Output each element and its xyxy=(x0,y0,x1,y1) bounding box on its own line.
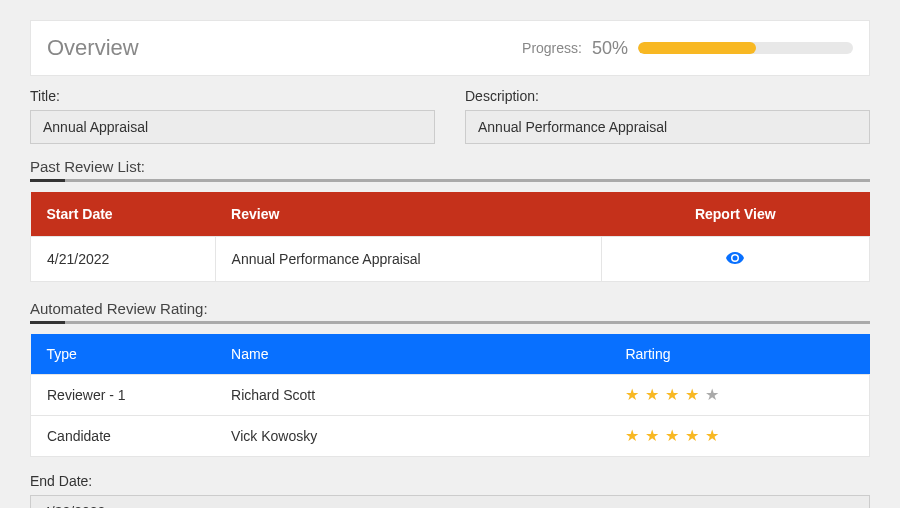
progress-fill xyxy=(638,42,756,54)
star-icon: ★ xyxy=(685,387,699,403)
star-icon: ★ xyxy=(665,387,679,403)
description-field[interactable] xyxy=(465,110,870,144)
cell-start-date: 4/21/2022 xyxy=(31,237,216,282)
cell-rating: ★★★★★ xyxy=(609,375,869,416)
star-icon: ★ xyxy=(705,387,719,403)
progress-bar xyxy=(638,42,853,54)
end-date-label: End Date: xyxy=(30,473,870,489)
rating-section-title: Automated Review Rating: xyxy=(30,300,870,324)
cell-name: Richard Scott xyxy=(215,375,609,416)
eye-icon[interactable] xyxy=(726,252,744,264)
table-row: CandidateVick Kowosky★★★★★ xyxy=(31,416,870,457)
overview-header: Overview Progress: 50% xyxy=(30,20,870,76)
th-report-view: Report View xyxy=(601,192,869,237)
cell-type: Candidate xyxy=(31,416,216,457)
page-title: Overview xyxy=(47,35,139,61)
star-icon: ★ xyxy=(625,387,639,403)
th-type: Type xyxy=(31,334,216,375)
th-review: Review xyxy=(215,192,601,237)
star-rating: ★★★★★ xyxy=(625,428,719,444)
th-start-date: Start Date xyxy=(31,192,216,237)
past-review-table: Start Date Review Report View 4/21/2022 … xyxy=(30,192,870,282)
star-rating: ★★★★★ xyxy=(625,387,719,403)
star-icon: ★ xyxy=(665,428,679,444)
star-icon: ★ xyxy=(645,428,659,444)
rating-table: Type Name Rarting Reviewer - 1Richard Sc… xyxy=(30,334,870,457)
star-icon: ★ xyxy=(705,428,719,444)
end-date-field[interactable] xyxy=(30,495,870,508)
star-icon: ★ xyxy=(645,387,659,403)
title-field[interactable] xyxy=(30,110,435,144)
progress-percent: 50% xyxy=(592,38,628,59)
past-review-section-title: Past Review List: xyxy=(30,158,870,182)
cell-review: Annual Performance Appraisal xyxy=(215,237,601,282)
star-icon: ★ xyxy=(685,428,699,444)
description-label: Description: xyxy=(465,88,870,104)
cell-name: Vick Kowosky xyxy=(215,416,609,457)
progress-label: Progress: xyxy=(522,40,582,56)
table-row: 4/21/2022 Annual Performance Appraisal xyxy=(31,237,870,282)
star-icon: ★ xyxy=(625,428,639,444)
cell-rating: ★★★★★ xyxy=(609,416,869,457)
table-row: Reviewer - 1Richard Scott★★★★★ xyxy=(31,375,870,416)
th-rating: Rarting xyxy=(609,334,869,375)
cell-report-view xyxy=(601,237,869,282)
cell-type: Reviewer - 1 xyxy=(31,375,216,416)
progress-wrapper: Progress: 50% xyxy=(522,38,853,59)
title-label: Title: xyxy=(30,88,435,104)
th-name: Name xyxy=(215,334,609,375)
